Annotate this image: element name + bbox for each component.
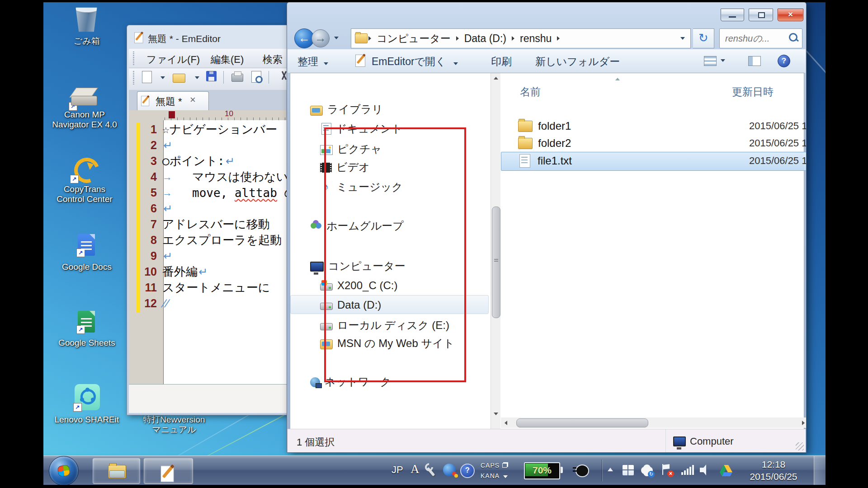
hidden-icons-arrow-icon[interactable] <box>608 468 613 471</box>
emeditor-window[interactable]: 無題 * - EmEditor ファイル(F) 編集(E) 検索(S 無題 * … <box>127 25 289 415</box>
organize-button[interactable]: 整理 <box>297 55 328 69</box>
print-preview-icon[interactable] <box>251 71 261 83</box>
minimize-button[interactable] <box>721 9 744 21</box>
shareit-icon[interactable] <box>75 384 100 410</box>
breadcrumb-arrow-icon[interactable] <box>512 36 514 41</box>
tab-mark: → <box>162 171 192 183</box>
new-folder-button[interactable]: 新しいフォルダー <box>535 55 620 69</box>
taskbar-button-emeditor[interactable] <box>144 458 193 484</box>
horizontal-scrollbar[interactable] <box>501 418 807 428</box>
ime-help-icon[interactable] <box>460 464 475 478</box>
desktop-icon-newversion-manual[interactable]: 特打Newversion マニュアル <box>131 415 217 435</box>
column-header-date[interactable]: 更新日時 <box>732 85 774 99</box>
desktop-icon-shareit[interactable]: Lenovo SHAREit <box>48 415 125 425</box>
open-file-icon[interactable] <box>173 74 185 83</box>
save-icon[interactable] <box>206 71 217 81</box>
column-header-name[interactable]: 名前 <box>520 85 541 99</box>
taskbar-button-explorer[interactable] <box>93 458 140 484</box>
google-drive-icon[interactable] <box>720 465 732 478</box>
breadcrumb-arrow-icon[interactable] <box>557 36 560 41</box>
address-folder-icon <box>355 33 368 43</box>
line-text: スタートメニューに <box>162 280 270 296</box>
desktop-icon-google-sheets[interactable]: Google Sheets <box>48 338 125 348</box>
file-name: folder2 <box>538 137 571 150</box>
sidebar-item-libraries[interactable]: ライブラリ <box>310 101 383 117</box>
breadcrumb-arrow-icon[interactable] <box>368 36 371 41</box>
computer-icon <box>310 262 324 272</box>
ime-input-mode[interactable]: A <box>410 462 420 476</box>
scroll-right-icon[interactable] <box>798 418 807 428</box>
action-center-flag-icon[interactable] <box>661 464 673 476</box>
menu-file[interactable]: ファイル(F) <box>146 53 200 66</box>
ruler-column-label: 10 <box>225 109 233 118</box>
new-file-icon[interactable] <box>142 71 152 83</box>
open-file-dropdown-icon[interactable] <box>195 76 199 79</box>
sidebar-scrollbar[interactable] <box>491 73 500 429</box>
show-desktop-button[interactable] <box>814 456 826 485</box>
close-button[interactable]: × <box>778 9 803 21</box>
breadcrumb-folder[interactable]: renshu <box>515 33 556 45</box>
breadcrumb-drive[interactable]: Data (D:) <box>460 33 511 45</box>
windows-update-icon[interactable] <box>623 465 634 475</box>
scrollbar-thumb[interactable] <box>492 206 500 318</box>
sync-icon[interactable] <box>642 466 651 475</box>
resize-grip[interactable] <box>796 442 804 450</box>
views-icon[interactable] <box>704 56 717 66</box>
new-file-dropdown-icon[interactable] <box>160 76 165 79</box>
open-with-emeditor-icon[interactable] <box>355 54 369 69</box>
scrollbar-thumb[interactable] <box>516 418 648 427</box>
maximize-button[interactable] <box>749 9 773 21</box>
file-date: 2015/06/25 12:1 <box>749 155 807 167</box>
file-row-folder1[interactable]: folder1 2015/06/25 12:1 <box>518 117 807 135</box>
ime-pad-icon[interactable] <box>443 464 456 476</box>
desktop-icon-copytrans[interactable]: CopyTrans Control Center <box>51 184 118 204</box>
preview-pane-icon[interactable] <box>748 56 761 66</box>
desktop-icon-google-docs[interactable]: Google Docs <box>48 262 125 272</box>
editor-line: 11スタートメニューに <box>129 280 289 296</box>
file-row-file1[interactable]: file1.txt 2015/06/25 12:1 <box>518 152 807 169</box>
start-button[interactable] <box>49 456 79 486</box>
battery-indicator[interactable]: 70% <box>524 462 560 479</box>
breadcrumb-arrow-icon[interactable] <box>456 36 459 41</box>
open-with-emeditor-button[interactable]: EmEditorで開く <box>372 55 458 69</box>
help-icon[interactable]: ? <box>778 55 790 67</box>
breadcrumb-computer[interactable]: コンピューター <box>372 32 455 46</box>
scroll-left-icon[interactable] <box>501 418 511 428</box>
power-plug-icon[interactable] <box>576 465 589 477</box>
address-bar[interactable]: コンピューター Data (D:) renshu <box>351 28 691 48</box>
print-icon[interactable] <box>231 74 243 82</box>
recent-pages-dropdown-icon[interactable] <box>334 37 339 39</box>
tab-untitled[interactable]: 無題 * × <box>137 91 209 111</box>
desktop-icon-recycle-bin[interactable]: ごみ箱 <box>48 36 125 46</box>
canon-navigator-icon[interactable] <box>70 87 99 109</box>
ime-caps-indicator[interactable]: CAPS <box>481 462 507 469</box>
ime-kana-indicator[interactable]: KANA <box>481 472 508 479</box>
file-row-folder2[interactable]: folder2 2015/06/25 12:1 <box>518 135 807 152</box>
forward-button[interactable]: → <box>311 29 330 47</box>
print-button[interactable]: 印刷 <box>491 55 512 69</box>
refresh-button[interactable]: ↻ <box>693 28 714 48</box>
address-dropdown-icon[interactable] <box>680 37 685 40</box>
editor-line: 12// <box>129 296 289 311</box>
scroll-up-icon[interactable] <box>491 73 500 83</box>
views-dropdown-icon[interactable] <box>721 59 725 62</box>
volume-icon[interactable] <box>700 464 713 476</box>
network-icon <box>310 377 320 387</box>
file-name: file1.txt <box>538 155 572 167</box>
file-name: folder1 <box>538 120 571 132</box>
google-docs-icon[interactable] <box>78 234 95 256</box>
ime-language[interactable]: JP <box>392 464 403 476</box>
taskbar-clock[interactable]: 12:18 2015/06/25 <box>740 458 807 483</box>
search-input[interactable] <box>724 30 785 47</box>
desktop-icon-canon[interactable]: Canon MP Navigator EX 4.0 <box>46 110 123 130</box>
tab-close-icon[interactable]: × <box>190 94 196 106</box>
menu-edit[interactable]: 編集(E) <box>211 53 244 66</box>
ime-tools-icon[interactable] <box>424 463 438 477</box>
network-signal-icon[interactable] <box>681 465 695 475</box>
google-sheets-icon[interactable] <box>78 311 95 333</box>
search-box[interactable] <box>719 28 802 48</box>
scroll-down-icon[interactable] <box>491 409 500 419</box>
letterbox-right <box>826 0 868 488</box>
copytrans-icon[interactable] <box>71 156 98 182</box>
file-date: 2015/06/25 12:1 <box>749 120 807 132</box>
